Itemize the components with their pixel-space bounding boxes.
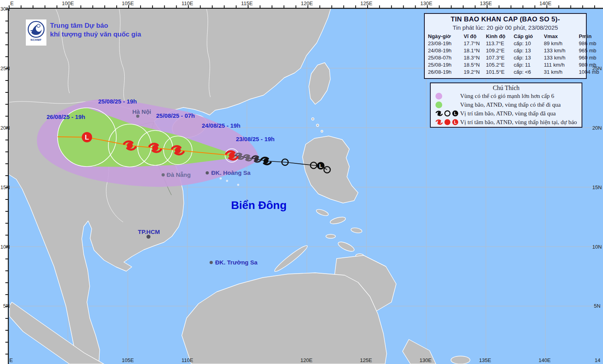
nchmf-logo-label: NCHMF (31, 38, 42, 41)
circle-icon-forecast (445, 119, 451, 125)
date-label-25a: 25/08/25 - 07h (156, 112, 195, 119)
legend-row: L Vị trí tâm bão, ATNĐ, vùng thấp đã qua (433, 109, 579, 118)
col-header: Ngày-giờ (428, 33, 464, 40)
past-position-icons: L (435, 109, 460, 118)
svg-text:100E: 100E (62, 0, 74, 6)
svg-text:L: L (85, 134, 89, 141)
svg-text:135E: 135E (480, 0, 492, 6)
svg-text:110E: 110E (181, 357, 193, 363)
city-label-hanoi: Hà Nội (132, 108, 151, 115)
city-dot-danang (162, 173, 165, 176)
typhoon-icon-past (436, 111, 442, 116)
svg-text:105E: 105E (122, 357, 134, 363)
cell: 25/08-19h (428, 61, 464, 69)
legend-label: Vị trí tâm bão, ATNĐ, vùng thấp hiện tại… (460, 119, 577, 126)
cell: 1004 mb (579, 69, 603, 76)
col-header: Cấp gió (514, 33, 544, 40)
org-name-line2: khí tượng thuỷ văn quốc gia (50, 30, 141, 39)
svg-text:20N: 20N (0, 125, 10, 131)
legend-row: Vùng có thể có gió mạnh lớn hơn cấp 6 (433, 92, 579, 100)
branding-block: NCHMF Trung tâm Dự báo khí tượng thuỷ vă… (25, 19, 192, 47)
legend-title: Chú Thích (433, 84, 579, 92)
svg-text:15N: 15N (0, 184, 10, 190)
cell: 24/08-19h (428, 47, 464, 54)
current-position-icons: L (435, 118, 460, 126)
svg-text:L: L (454, 111, 457, 116)
city-label-truongsa: ĐK. Trường Sa (215, 259, 258, 266)
cell: 107.3°E (486, 54, 514, 61)
svg-text:30N: 30N (0, 6, 10, 12)
island-visayas (326, 234, 335, 238)
purple-zone-icon (435, 93, 442, 100)
cell: cấp: <6 (514, 69, 544, 76)
svg-text:130E: 130E (420, 357, 432, 363)
cell: 986 mb (579, 40, 603, 47)
cell: 960 mb (579, 54, 603, 61)
cell: 18.3°N (464, 54, 486, 61)
svg-text:15N: 15N (592, 184, 602, 190)
date-label-23: 23/08/25 - 19h (236, 136, 275, 142)
city-dot-truongsa (210, 261, 213, 264)
legend-label: Vùng có thể có gió mạnh lớn hơn cấp 6 (460, 93, 554, 100)
city-dot-hoangsa (206, 171, 209, 174)
svg-text:20N: 20N (592, 125, 602, 131)
cell: 965 mb (579, 47, 603, 54)
svg-text:25N: 25N (0, 65, 10, 71)
sea-label: Biển Đông (231, 199, 287, 211)
col-header: Vmax (544, 33, 579, 40)
svg-text:140E: 140E (539, 0, 552, 6)
cell: 18.5°N (464, 61, 486, 69)
island (316, 124, 319, 126)
svg-text:110E: 110E (181, 0, 193, 6)
nchmf-logo: NCHMF (25, 19, 47, 46)
cell: 113.7°E (486, 40, 514, 47)
svg-text:105E: 105E (122, 0, 134, 6)
legend-label: Vị trí tâm bão, ATNĐ, vùng thấp đã qua (460, 110, 556, 117)
city-label-hcm: TP.HCM (138, 228, 160, 235)
bulletin-title: TIN BAO KHAN CAP (BAO SO 5)- (428, 15, 583, 23)
svg-text:E: E (10, 0, 14, 6)
svg-text:5N: 5N (3, 303, 10, 309)
col-header: Vĩ độ (464, 33, 486, 40)
svg-text:135E: 135E (479, 357, 491, 363)
cell: 980 mb (579, 61, 603, 69)
city-dot-hanoi (136, 115, 139, 118)
cell: cấp: 10 (514, 40, 544, 47)
city-label-hoangsa: ĐK. Hoàng Sa (211, 169, 251, 176)
island (321, 130, 323, 132)
cell: 18.1°N (464, 47, 486, 54)
svg-text:14: 14 (595, 357, 600, 363)
org-name-line1: Trung tâm Dự báo (50, 21, 141, 30)
cell: 26/08-19h (428, 69, 464, 76)
forecast-table: Ngày-giờ Vĩ độ Kinh độ Cấp gió Vmax Pmin… (428, 33, 583, 76)
col-header: Kinh độ (486, 33, 514, 40)
svg-text:115E: 115E (241, 0, 253, 6)
island (451, 356, 470, 364)
cell: 111 km/h (544, 61, 579, 69)
svg-text:140E: 140E (539, 357, 551, 363)
svg-text:E: E (10, 357, 13, 363)
cell: 109.2°E (486, 47, 514, 54)
svg-text:10N: 10N (592, 244, 602, 250)
map-stage: L L Hà Nội Đà Nẵng ĐK. Hoàng Sa TP.HCM Đ… (0, 0, 603, 364)
date-label-26: 26/08/25 - 19h (46, 113, 85, 120)
date-label-24: 24/08/25 - 19h (202, 122, 241, 129)
cell: cấp: 11 (514, 61, 544, 69)
svg-text:120E: 120E (301, 0, 313, 6)
cell: 105.2°E (486, 61, 514, 69)
org-name: Trung tâm Dự báo khí tượng thuỷ văn quốc… (50, 21, 141, 39)
cell: 89 km/h (544, 40, 579, 47)
svg-text:10N: 10N (0, 244, 10, 250)
legend-row: Vùng bão, ATNĐ, vùng thấp có thể đi qua (433, 100, 579, 109)
legend-row: L Vị trí tâm bão, ATNĐ, vùng thấp hiện t… (433, 118, 579, 126)
city-dot-hcm (146, 235, 150, 239)
nchmf-logo-icon (27, 21, 45, 38)
bulletin-issued-time: Tin phát lúc: 20 giờ 00 phút, 23/08/2025 (428, 24, 583, 31)
svg-text:130E: 130E (420, 0, 433, 6)
cell: 17.7°N (464, 40, 486, 47)
cell: cấp: 13 (514, 47, 544, 54)
legend-box: Chú Thích Vùng có thể có gió mạnh lớn hơ… (430, 82, 582, 128)
cell: 101.5°E (486, 69, 514, 76)
bulletin-box: TIN BAO KHAN CAP (BAO SO 5)- Tin phát lú… (424, 13, 587, 79)
svg-text:5N: 5N (594, 303, 601, 309)
